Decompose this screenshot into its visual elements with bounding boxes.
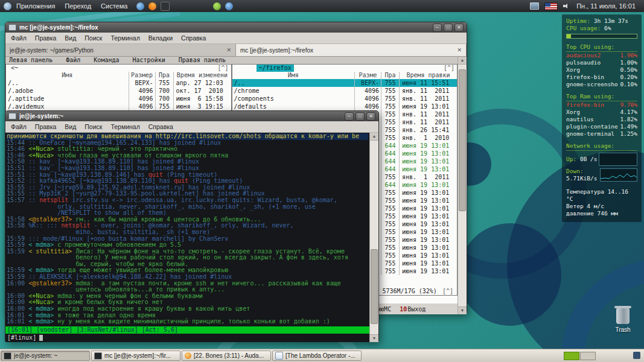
irc-terminal[interactable]: принимаются скриншоты для вывешивания на… <box>5 133 369 342</box>
menu-item[interactable]: Справка <box>181 34 206 42</box>
process-row: nautilus1.82% <box>566 116 637 123</box>
task-label: [The Lambda Operator -... <box>285 352 355 359</box>
mc-scrollbar[interactable]: ▲ ▼ <box>457 57 467 314</box>
minimize-button[interactable]: − <box>345 112 354 121</box>
firefox-icon[interactable] <box>148 2 156 10</box>
maximize-button[interactable]: □ <box>355 112 365 121</box>
panel-tray: Пн., 11 июля, 16:01 <box>530 2 644 10</box>
irc-titlebar[interactable]: je@je-system:~ − □ ✕ <box>5 111 378 121</box>
maximize-button[interactable]: □ <box>444 24 453 32</box>
menu-item[interactable]: Терминал <box>110 34 139 42</box>
panel-menu-3[interactable]: Система <box>96 2 132 10</box>
audacious-icon <box>185 352 191 359</box>
taskbar-button[interactable]: [The Lambda Operator -... <box>272 351 362 361</box>
scrollbar-thumb[interactable] <box>371 249 378 324</box>
gnome-menu-icon[interactable] <box>4 2 11 10</box>
column-header: Пра <box>381 72 399 79</box>
left-panel-path: <~ <box>11 65 18 72</box>
scroll-down-icon[interactable]: ▼ <box>370 334 378 342</box>
tab-close-icon[interactable]: ✕ <box>223 47 231 53</box>
menu-item[interactable]: Файл <box>11 123 27 130</box>
irc-scrollbar[interactable]: ▲ ▼ <box>369 133 378 342</box>
panel-menu-1[interactable]: Приложения <box>11 2 60 10</box>
left-panel-headers: ИмяРазмерПраВремя изменени <box>6 72 231 79</box>
column-header: Имя <box>6 72 129 79</box>
chat-icon[interactable] <box>225 2 233 10</box>
taskbar-button[interactable]: mc [je@je-system]:~/fir... <box>91 351 180 361</box>
column-header: Разме <box>354 72 381 79</box>
terminal-tab[interactable]: je@je-system: ~/games/Python✕ <box>5 44 236 56</box>
taskbar-button[interactable]: [22. Bones (3:11) - Auda... <box>182 351 271 361</box>
menu-item[interactable]: Вкладки <box>148 34 173 42</box>
process-row: pulseaudio1.00% <box>566 59 637 66</box>
menu-item[interactable]: Терминал <box>110 123 139 130</box>
taskbar: je@je-system: ~mc [je@je-system]:~/fir..… <box>0 349 644 362</box>
irc-input-line[interactable]: [#linux] <box>5 334 369 342</box>
file-row[interactable]: /components4096755янв. 11 2011 <box>232 95 457 103</box>
mc-menu-item[interactable]: Левая панель <box>9 57 53 64</box>
volume-icon[interactable] <box>563 2 570 10</box>
close-button[interactable]: ✕ <box>366 112 375 121</box>
trash-can-glyph <box>616 308 630 324</box>
panel-menu-2[interactable]: Переход <box>60 2 96 10</box>
mc-menu-item[interactable]: Правая панель <box>179 57 226 64</box>
menu-item[interactable]: Вид <box>65 123 76 130</box>
file-row[interactable]: /defaults4096755июня 19 13:01 <box>232 103 457 110</box>
menu-item[interactable]: Правка <box>35 123 56 130</box>
keyboard-layout-us-flag-icon[interactable] <box>545 3 557 10</box>
irc-terminal-window: je@je-system:~ − □ ✕ ФайлПравкаВидПоискТ… <box>5 110 379 342</box>
apple-icon[interactable] <box>213 2 221 10</box>
file-row[interactable]: /.aptitude4096700июня 6 15:58 <box>6 95 231 103</box>
clock[interactable]: Пн., 11 июля, 16:01 <box>576 2 636 10</box>
panel-history-icon[interactable]: [^] <box>217 65 228 72</box>
minimize-button[interactable]: − <box>433 24 442 32</box>
panel-applet-icon[interactable] <box>633 352 640 359</box>
scroll-down-icon[interactable]: ▼ <box>458 306 467 314</box>
function-key-10[interactable]: 10Выход <box>400 306 426 313</box>
scroll-up-icon[interactable]: ▲ <box>370 133 378 141</box>
scrollbar-thumb[interactable] <box>459 69 466 211</box>
net-down: Down: 5.71KiB/s <box>566 168 600 182</box>
menu-item[interactable]: Вид <box>65 34 76 42</box>
process-row: audacious21.90% <box>566 52 637 59</box>
mc-menu-item[interactable]: Файл <box>66 57 80 64</box>
mc-top-menu: Левая панельФайлКомандаНастройкиПравая п… <box>5 57 457 64</box>
terminal-tab[interactable]: mc [je@je-system]:~/firefox✕ <box>236 44 467 56</box>
workspace-2[interactable] <box>580 352 596 360</box>
taskbar-button[interactable]: je@je-system: ~ <box>1 351 90 361</box>
workspace-active[interactable] <box>564 352 579 360</box>
menu-item[interactable]: Поиск <box>84 123 102 130</box>
menu-item[interactable]: Правка <box>35 34 56 42</box>
task-label: [22. Bones (3:11) - Auda... <box>194 352 264 359</box>
uptime-value: 3h 13m 37s <box>594 17 628 24</box>
task-label: je@je-system: ~ <box>14 352 57 359</box>
trash-label: Trash <box>605 326 641 333</box>
workspace-switcher[interactable] <box>564 352 596 360</box>
terminal-launcher-icon[interactable] <box>161 2 170 11</box>
tab-close-icon[interactable]: ✕ <box>453 47 462 53</box>
browser-icon[interactable] <box>136 2 144 10</box>
trash-icon[interactable]: Trash <box>605 308 641 333</box>
file-row[interactable]: /..ВЕРХ-755июня 11 15:51 <box>232 79 457 87</box>
firefox-icon <box>275 352 283 360</box>
mc-titlebar[interactable]: mc [je@je-system]:~/firefox − □ ✕ <box>5 22 467 33</box>
file-row[interactable]: /..ВЕРХ-755апр. 27 12:03 <box>6 79 231 87</box>
process-row: firefox-bin0.20% <box>566 74 637 81</box>
mc-menu-item[interactable]: Команда <box>94 57 119 64</box>
close-button[interactable]: ✕ <box>454 24 464 32</box>
scroll-up-icon[interactable]: ▲ <box>458 57 467 65</box>
file-row[interactable]: /.adobe4096700окт. 17 2010 <box>6 87 231 95</box>
file-row[interactable]: /.avidemux4096755июня 3 19:15 <box>6 103 231 110</box>
window-list: je@je-system: ~mc [je@je-system]:~/fir..… <box>0 349 362 362</box>
file-row[interactable]: /chrome4096755янв. 11 2011 <box>232 87 457 95</box>
tab-label: mc [je@je-system]:~/firefox <box>240 47 313 54</box>
display-icon[interactable] <box>530 2 539 10</box>
menu-item[interactable]: Файл <box>11 34 27 42</box>
menu-item[interactable]: Поиск <box>84 34 102 42</box>
system-monitor: Uptime: 3h 13m 37s CPU usage: 6% Top CPU… <box>562 14 642 222</box>
mc-menubar: ФайлПравкаВидПоискТерминалВкладкиСправка <box>5 33 467 44</box>
panel-history-icon[interactable]: [^] <box>444 65 454 72</box>
mc-menu-item[interactable]: Настройки <box>133 57 165 64</box>
menu-item[interactable]: Справка <box>148 123 173 130</box>
column-header: Пра <box>155 72 173 79</box>
